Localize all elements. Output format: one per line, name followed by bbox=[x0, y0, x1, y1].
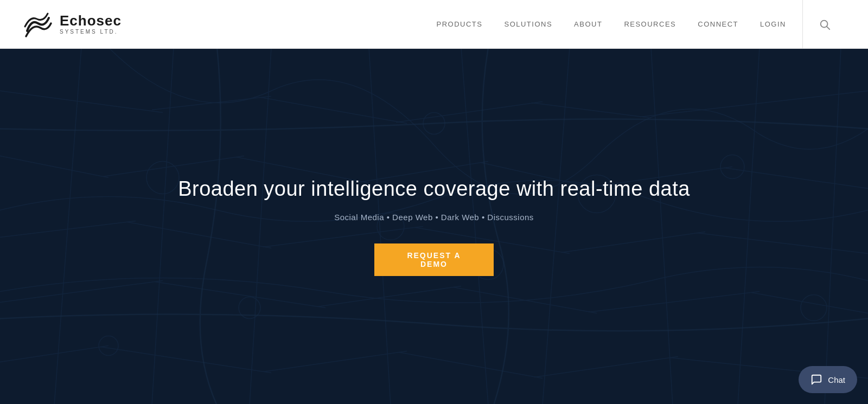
logo-icon bbox=[22, 8, 54, 41]
chat-bubble-icon bbox=[810, 374, 822, 386]
chat-label: Chat bbox=[828, 375, 845, 384]
nav-item-products[interactable]: PRODUCTS bbox=[437, 20, 483, 28]
svg-line-1 bbox=[827, 27, 829, 29]
search-button[interactable] bbox=[803, 0, 846, 49]
nav-item-solutions[interactable]: SOLUTIONS bbox=[504, 20, 552, 28]
logo-link[interactable]: Echosec SYSTEMS LTD. bbox=[22, 8, 122, 41]
logo-name: Echosec bbox=[60, 14, 122, 28]
hero-section: Broaden your intelligence coverage with … bbox=[0, 49, 868, 404]
logo-subtitle: SYSTEMS LTD. bbox=[60, 29, 122, 35]
nav-item-about[interactable]: ABOUT bbox=[574, 20, 602, 28]
site-header: Echosec SYSTEMS LTD. PRODUCTS SOLUTIONS … bbox=[0, 0, 868, 49]
search-icon bbox=[819, 18, 831, 30]
request-demo-button[interactable]: REQUEST A DEMO bbox=[374, 243, 494, 276]
main-nav: PRODUCTS SOLUTIONS ABOUT RESOURCES CONNE… bbox=[437, 20, 786, 28]
hero-content: Broaden your intelligence coverage with … bbox=[178, 177, 690, 276]
nav-item-connect[interactable]: CONNECT bbox=[698, 20, 738, 28]
nav-item-resources[interactable]: RESOURCES bbox=[624, 20, 676, 28]
chat-widget[interactable]: Chat bbox=[799, 366, 857, 393]
logo-text: Echosec SYSTEMS LTD. bbox=[60, 14, 122, 35]
hero-title: Broaden your intelligence coverage with … bbox=[178, 177, 690, 202]
nav-item-login[interactable]: LOGIN bbox=[760, 20, 786, 28]
hero-subtitle: Social Media • Deep Web • Dark Web • Dis… bbox=[334, 213, 534, 222]
